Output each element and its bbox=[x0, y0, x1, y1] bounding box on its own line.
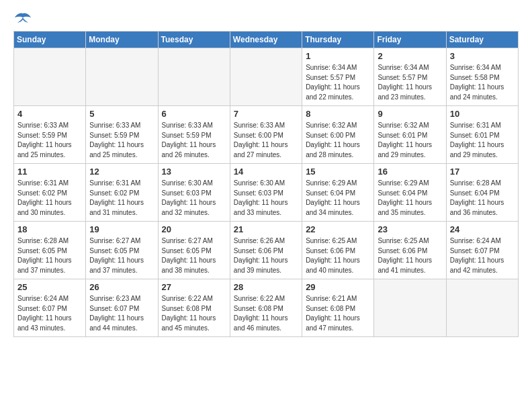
calendar-cell: 18Sunrise: 6:28 AM Sunset: 6:05 PM Dayli… bbox=[14, 222, 86, 279]
bird-icon bbox=[13, 11, 32, 26]
calendar-cell: 5Sunrise: 6:33 AM Sunset: 5:59 PM Daylig… bbox=[86, 106, 158, 164]
day-number: 13 bbox=[162, 167, 226, 177]
calendar-cell bbox=[158, 48, 230, 106]
calendar-header-saturday: Saturday bbox=[446, 32, 518, 48]
day-number: 9 bbox=[378, 109, 442, 119]
calendar-cell: 12Sunrise: 6:31 AM Sunset: 6:02 PM Dayli… bbox=[86, 164, 158, 222]
cell-info: Sunrise: 6:21 AM Sunset: 6:08 PM Dayligh… bbox=[306, 294, 370, 333]
calendar-week-1: 4Sunrise: 6:33 AM Sunset: 5:59 PM Daylig… bbox=[14, 106, 519, 164]
day-number: 26 bbox=[89, 282, 154, 292]
cell-info: Sunrise: 6:26 AM Sunset: 6:06 PM Dayligh… bbox=[234, 236, 298, 275]
day-number: 2 bbox=[378, 51, 442, 61]
day-number: 19 bbox=[89, 224, 154, 234]
calendar-header: SundayMondayTuesdayWednesdayThursdayFrid… bbox=[14, 32, 519, 48]
calendar-cell: 22Sunrise: 6:25 AM Sunset: 6:06 PM Dayli… bbox=[302, 222, 374, 279]
calendar-cell bbox=[14, 48, 86, 106]
calendar-week-0: 1Sunrise: 6:34 AM Sunset: 5:57 PM Daylig… bbox=[14, 48, 519, 106]
cell-info: Sunrise: 6:24 AM Sunset: 6:07 PM Dayligh… bbox=[17, 294, 82, 333]
header bbox=[13, 11, 519, 26]
calendar-cell: 17Sunrise: 6:28 AM Sunset: 6:04 PM Dayli… bbox=[446, 164, 518, 222]
day-number: 1 bbox=[306, 51, 370, 61]
calendar-cell: 26Sunrise: 6:23 AM Sunset: 6:07 PM Dayli… bbox=[86, 279, 158, 337]
day-number: 8 bbox=[306, 109, 370, 119]
calendar-cell: 10Sunrise: 6:31 AM Sunset: 6:01 PM Dayli… bbox=[446, 106, 518, 164]
calendar-body: 1Sunrise: 6:34 AM Sunset: 5:57 PM Daylig… bbox=[14, 48, 519, 337]
calendar-header-wednesday: Wednesday bbox=[230, 32, 302, 48]
cell-info: Sunrise: 6:25 AM Sunset: 6:06 PM Dayligh… bbox=[306, 236, 370, 275]
cell-info: Sunrise: 6:28 AM Sunset: 6:04 PM Dayligh… bbox=[450, 179, 515, 218]
day-number: 17 bbox=[450, 167, 515, 177]
cell-info: Sunrise: 6:33 AM Sunset: 6:00 PM Dayligh… bbox=[234, 121, 298, 160]
day-number: 21 bbox=[234, 224, 298, 234]
day-number: 15 bbox=[306, 167, 370, 177]
day-number: 5 bbox=[89, 109, 154, 119]
cell-info: Sunrise: 6:28 AM Sunset: 6:05 PM Dayligh… bbox=[17, 236, 82, 275]
day-number: 10 bbox=[450, 109, 515, 119]
calendar-header-friday: Friday bbox=[374, 32, 446, 48]
calendar-cell: 29Sunrise: 6:21 AM Sunset: 6:08 PM Dayli… bbox=[302, 279, 374, 337]
calendar-cell: 23Sunrise: 6:25 AM Sunset: 6:06 PM Dayli… bbox=[374, 222, 446, 279]
calendar-cell: 21Sunrise: 6:26 AM Sunset: 6:06 PM Dayli… bbox=[230, 222, 302, 279]
cell-info: Sunrise: 6:25 AM Sunset: 6:06 PM Dayligh… bbox=[378, 236, 442, 275]
calendar-cell: 13Sunrise: 6:30 AM Sunset: 6:03 PM Dayli… bbox=[158, 164, 230, 222]
calendar-cell: 8Sunrise: 6:32 AM Sunset: 6:00 PM Daylig… bbox=[302, 106, 374, 164]
cell-info: Sunrise: 6:29 AM Sunset: 6:04 PM Dayligh… bbox=[306, 179, 370, 218]
calendar-cell: 11Sunrise: 6:31 AM Sunset: 6:02 PM Dayli… bbox=[14, 164, 86, 222]
cell-info: Sunrise: 6:33 AM Sunset: 5:59 PM Dayligh… bbox=[17, 121, 82, 160]
calendar-cell: 28Sunrise: 6:22 AM Sunset: 6:08 PM Dayli… bbox=[230, 279, 302, 337]
cell-info: Sunrise: 6:31 AM Sunset: 6:01 PM Dayligh… bbox=[450, 121, 515, 160]
calendar-cell: 3Sunrise: 6:34 AM Sunset: 5:58 PM Daylig… bbox=[446, 48, 518, 106]
cell-info: Sunrise: 6:22 AM Sunset: 6:08 PM Dayligh… bbox=[162, 294, 226, 333]
day-number: 18 bbox=[17, 224, 82, 234]
cell-info: Sunrise: 6:24 AM Sunset: 6:07 PM Dayligh… bbox=[450, 236, 515, 275]
calendar-cell: 16Sunrise: 6:29 AM Sunset: 6:04 PM Dayli… bbox=[374, 164, 446, 222]
calendar-cell bbox=[446, 279, 518, 337]
calendar-cell: 7Sunrise: 6:33 AM Sunset: 6:00 PM Daylig… bbox=[230, 106, 302, 164]
day-number: 22 bbox=[306, 224, 370, 234]
day-number: 12 bbox=[89, 167, 154, 177]
calendar-week-4: 25Sunrise: 6:24 AM Sunset: 6:07 PM Dayli… bbox=[14, 279, 519, 337]
day-number: 28 bbox=[234, 282, 298, 292]
cell-info: Sunrise: 6:33 AM Sunset: 5:59 PM Dayligh… bbox=[162, 121, 226, 160]
cell-info: Sunrise: 6:34 AM Sunset: 5:58 PM Dayligh… bbox=[450, 63, 515, 102]
calendar-week-2: 11Sunrise: 6:31 AM Sunset: 6:02 PM Dayli… bbox=[14, 164, 519, 222]
day-number: 6 bbox=[162, 109, 226, 119]
day-number: 23 bbox=[378, 224, 442, 234]
day-number: 7 bbox=[234, 109, 298, 119]
cell-info: Sunrise: 6:30 AM Sunset: 6:03 PM Dayligh… bbox=[162, 179, 226, 218]
calendar-header-sunday: Sunday bbox=[14, 32, 86, 48]
calendar-cell: 15Sunrise: 6:29 AM Sunset: 6:04 PM Dayli… bbox=[302, 164, 374, 222]
calendar-header-thursday: Thursday bbox=[302, 32, 374, 48]
cell-info: Sunrise: 6:34 AM Sunset: 5:57 PM Dayligh… bbox=[378, 63, 442, 102]
calendar-cell: 9Sunrise: 6:32 AM Sunset: 6:01 PM Daylig… bbox=[374, 106, 446, 164]
day-number: 20 bbox=[162, 224, 226, 234]
calendar-cell: 14Sunrise: 6:30 AM Sunset: 6:03 PM Dayli… bbox=[230, 164, 302, 222]
calendar-cell: 24Sunrise: 6:24 AM Sunset: 6:07 PM Dayli… bbox=[446, 222, 518, 279]
day-number: 3 bbox=[450, 51, 515, 61]
day-number: 24 bbox=[450, 224, 515, 234]
day-number: 16 bbox=[378, 167, 442, 177]
calendar-cell: 19Sunrise: 6:27 AM Sunset: 6:05 PM Dayli… bbox=[86, 222, 158, 279]
calendar-cell: 2Sunrise: 6:34 AM Sunset: 5:57 PM Daylig… bbox=[374, 48, 446, 106]
calendar-cell: 25Sunrise: 6:24 AM Sunset: 6:07 PM Dayli… bbox=[14, 279, 86, 337]
calendar-cell bbox=[374, 279, 446, 337]
cell-info: Sunrise: 6:29 AM Sunset: 6:04 PM Dayligh… bbox=[378, 179, 442, 218]
cell-info: Sunrise: 6:31 AM Sunset: 6:02 PM Dayligh… bbox=[89, 179, 154, 218]
calendar-cell bbox=[230, 48, 302, 106]
cell-info: Sunrise: 6:27 AM Sunset: 6:05 PM Dayligh… bbox=[162, 236, 226, 275]
calendar-header-monday: Monday bbox=[86, 32, 158, 48]
calendar-cell: 27Sunrise: 6:22 AM Sunset: 6:08 PM Dayli… bbox=[158, 279, 230, 337]
day-number: 29 bbox=[306, 282, 370, 292]
cell-info: Sunrise: 6:23 AM Sunset: 6:07 PM Dayligh… bbox=[89, 294, 154, 333]
calendar-header-tuesday: Tuesday bbox=[158, 32, 230, 48]
day-number: 14 bbox=[234, 167, 298, 177]
logo bbox=[13, 11, 35, 26]
calendar-cell: 4Sunrise: 6:33 AM Sunset: 5:59 PM Daylig… bbox=[14, 106, 86, 164]
calendar-cell bbox=[86, 48, 158, 106]
cell-info: Sunrise: 6:32 AM Sunset: 6:00 PM Dayligh… bbox=[306, 121, 370, 160]
cell-info: Sunrise: 6:33 AM Sunset: 5:59 PM Dayligh… bbox=[89, 121, 154, 160]
calendar-cell: 20Sunrise: 6:27 AM Sunset: 6:05 PM Dayli… bbox=[158, 222, 230, 279]
cell-info: Sunrise: 6:34 AM Sunset: 5:57 PM Dayligh… bbox=[306, 63, 370, 102]
cell-info: Sunrise: 6:22 AM Sunset: 6:08 PM Dayligh… bbox=[234, 294, 298, 333]
cell-info: Sunrise: 6:31 AM Sunset: 6:02 PM Dayligh… bbox=[17, 179, 82, 218]
